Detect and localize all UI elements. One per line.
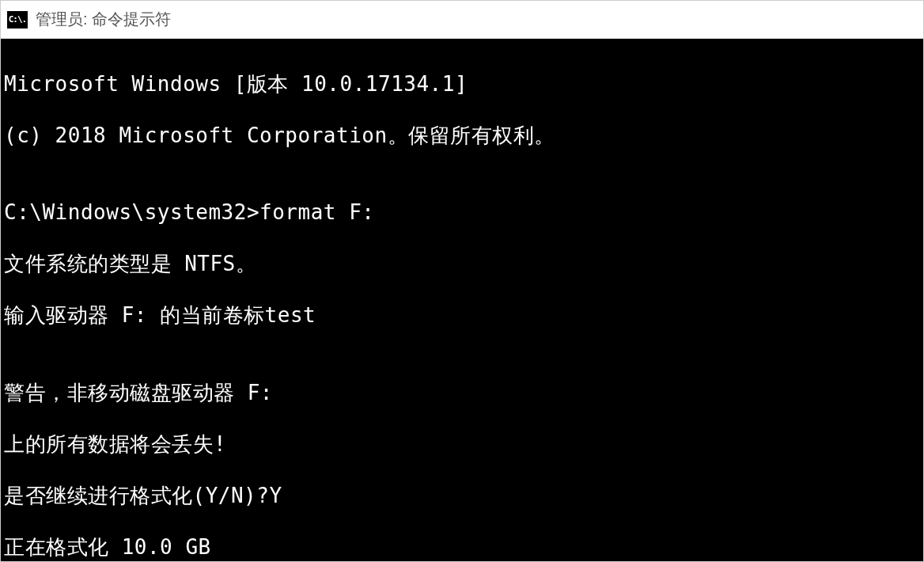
terminal-line: 文件系统的类型是 NTFS。 — [4, 251, 920, 277]
terminal-line: (c) 2018 Microsoft Corporation。保留所有权利。 — [4, 123, 920, 149]
terminal-line: Microsoft Windows [版本 10.0.17134.1] — [4, 71, 920, 97]
window-title: 管理员: 命令提示符 — [36, 9, 171, 30]
terminal-line: 正在格式化 10.0 GB — [4, 534, 920, 560]
terminal-line: 输入驱动器 F: 的当前卷标test — [4, 302, 920, 328]
terminal-line: 是否继续进行格式化(Y/N)?Y — [4, 483, 920, 509]
terminal-line: 上的所有数据将会丢失! — [4, 431, 920, 458]
titlebar[interactable]: C:\. 管理员: 命令提示符 — [1, 1, 923, 39]
terminal-line: C:\Windows\system32>format F: — [4, 199, 920, 226]
command-prompt-window: C:\. 管理员: 命令提示符 Microsoft Windows [版本 10… — [0, 0, 924, 562]
cmd-icon: C:\. — [7, 11, 28, 28]
terminal-line: 警告，非移动磁盘驱动器 F: — [4, 380, 920, 406]
terminal-output[interactable]: Microsoft Windows [版本 10.0.17134.1] (c) … — [1, 39, 923, 561]
